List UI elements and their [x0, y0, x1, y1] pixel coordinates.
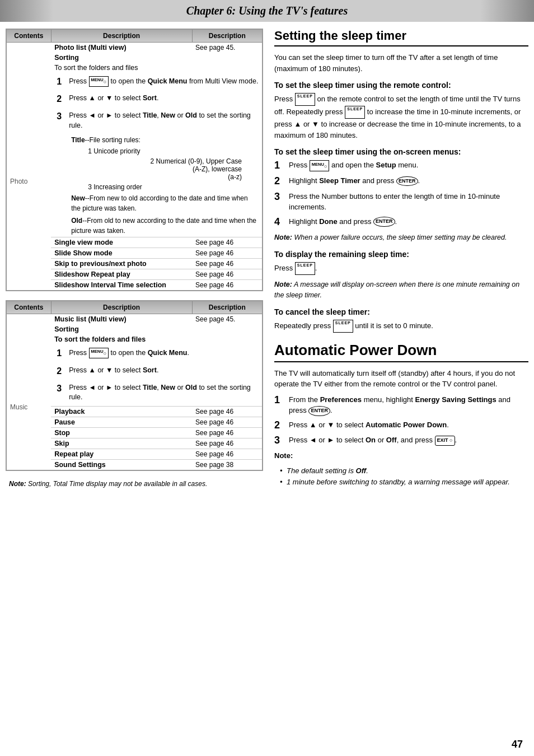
music-step-num-1: 1	[57, 348, 65, 358]
row-page-ref: See page 45.	[192, 43, 263, 53]
col-description-1: Description	[51, 29, 192, 43]
sound-settings-page: See page 38	[192, 459, 263, 470]
auto-step-num-3: 3	[274, 435, 284, 447]
photo-table: Contents Description Description Photo l…	[6, 29, 263, 291]
music-step-1-content: 1 Press MENU○ to open the Quick Menu.	[54, 348, 259, 358]
increasing-row: 3 Increasing order	[51, 182, 263, 192]
onscreen-title: To set the sleep timer using the on-scre…	[274, 147, 528, 156]
music-label-empty	[6, 314, 51, 325]
music-sorting-header: Sorting	[51, 324, 263, 334]
music-row-label: Music	[6, 344, 51, 470]
step-text-3: Press ◄ or ► to select Title, New or Old…	[69, 111, 259, 130]
table-row: Photo list (Multi view) See page 45.	[6, 43, 263, 53]
bullet-item-1: The default setting is Off.	[280, 465, 528, 477]
photo-row-label: Photo	[6, 73, 51, 291]
music-list-label: Music list (Multi view)	[51, 314, 192, 325]
sleep-step-1: 1 Press MENU○ and open the Setup menu.	[274, 160, 528, 172]
music-list-page: See page 45.	[192, 314, 263, 325]
step-3: 3 Press ◄ or ► to select Title, New or O…	[54, 111, 259, 130]
repeat-music-label: Repeat play	[51, 449, 192, 459]
step-num-3: 3	[57, 111, 65, 122]
sleep-key-3: SLEEP	[295, 262, 315, 275]
exit-icon: EXIT ○	[435, 436, 455, 446]
sleep-note-1: Note: When a power failure occurs, the s…	[274, 232, 528, 243]
sleep-note-2: Note: A message will display on-screen w…	[274, 279, 528, 301]
enter-icon-2: ENTER	[373, 217, 395, 227]
music-col-desc2: Description	[192, 301, 263, 314]
display-sleep-title: To display the remaining sleep time:	[274, 250, 528, 259]
music-step-1: 1 Press MENU○ to open the Quick Menu.	[51, 344, 263, 362]
sleep-step-3: 3 Press the Number buttons to enter the …	[274, 191, 528, 213]
interval-page: See page 46	[192, 280, 263, 291]
auto-note-label: Note:	[274, 450, 528, 461]
chapter-title: Chapter 6: Using the TV's features	[0, 4, 534, 17]
music-step-3-content: 3 Press ◄ or ► to select Title, New or O…	[54, 383, 259, 403]
page-number: 47	[512, 739, 523, 750]
sleep-step-num-3: 3	[274, 191, 284, 203]
music-label-empty2	[6, 324, 51, 334]
music-step-2: 2 Press ▲ or ▼ to select Sort.	[51, 362, 263, 380]
music-step-3: 3 Press ◄ or ► to select Title, New or O…	[51, 380, 263, 407]
step-text-1: Press MENU○ to open the Quick Menu from …	[69, 76, 258, 87]
step-1-content: 1 Press MENU○ to open the Quick Menu fro…	[51, 73, 263, 90]
auto-step-3: 3 Press ◄ or ► to select On or Off, and …	[274, 435, 528, 447]
music-step-text-2: Press ▲ or ▼ to select Sort.	[69, 366, 158, 376]
playback-page: See page 46	[192, 406, 263, 417]
remote-control-text: Press SLEEP on the remote control to set…	[274, 93, 528, 141]
music-step-num-3: 3	[57, 383, 65, 394]
title-rule-label: Title--File sorting rules:	[51, 134, 263, 146]
slideshow-label: Slide Show mode	[51, 248, 192, 259]
music-col-desc1: Description	[51, 301, 192, 314]
col-contents-1: Contents	[6, 29, 51, 43]
pause-label: Pause	[51, 417, 192, 427]
unicode-row: 1 Unicode priority	[51, 146, 263, 156]
auto-power-intro: The TV will automatically turn itself of…	[274, 368, 528, 390]
sleep-key-4: SLEEP	[333, 320, 353, 333]
music-step-2-content: 2 Press ▲ or ▼ to select Sort.	[54, 366, 259, 376]
left-column: Contents Description Description Photo l…	[6, 29, 263, 491]
sort-files-label: To sort the folders and files	[51, 63, 263, 73]
main-container: Contents Description Description Photo l…	[0, 29, 534, 491]
row-label-empty	[6, 53, 51, 63]
sleep-step-2: 2 Highlight Sleep Timer and press ENTER.	[274, 175, 528, 188]
music-table-header: Contents Description Description	[6, 301, 263, 314]
playback-label: Playback	[51, 406, 192, 417]
enter-icon-1: ENTER	[396, 176, 418, 186]
auto-note-bullets: The default setting is Off. 1 minute bef…	[274, 465, 528, 487]
step-text-2: Press ▲ or ▼ to select Sort.	[69, 94, 158, 104]
sleep-timer-intro: You can set the sleep timer to turn off …	[274, 52, 528, 74]
auto-step-text-3: Press ◄ or ► to select On or Off, and pr…	[289, 435, 457, 446]
table-row: Photo 1 Press MENU○ to open the Quick Me…	[6, 73, 263, 90]
stop-page: See page 46	[192, 427, 263, 438]
skip-music-page: See page 46	[192, 438, 263, 449]
music-step-text-3: Press ◄ or ► to select Title, New or Old…	[69, 383, 259, 403]
skip-page: See page 46	[192, 259, 263, 269]
skip-label: Skip to previous/next photo	[51, 259, 192, 269]
cancel-sleep-title: To cancel the sleep timer:	[274, 307, 528, 316]
unicode-text: 1 Unicode priority	[54, 147, 259, 155]
sleep-step-text-3: Press the Number buttons to enter the le…	[289, 191, 528, 213]
table-row: To sort the folders and files	[6, 334, 263, 344]
menu-icon-music: MENU○	[89, 348, 109, 358]
page-header: Chapter 6: Using the TV's features	[0, 0, 534, 22]
skip-music-label: Skip	[51, 438, 192, 449]
interval-label: Slideshow Interval Time selection	[51, 280, 192, 291]
new-text: New--From new to old according to the da…	[54, 193, 259, 213]
right-column: Setting the sleep timer You can set the …	[263, 29, 528, 491]
single-view-label: Single view mode	[51, 237, 192, 248]
sleep-key-1: SLEEP	[295, 93, 315, 106]
auto-step-text-1: From the Preferences menu, highlight Ene…	[289, 394, 528, 416]
table-row: Music list (Multi view) See page 45.	[6, 314, 263, 325]
enter-icon-3: ENTER	[308, 406, 330, 416]
old-text: Old--From old to new according to the da…	[54, 216, 259, 236]
sleep-step-4: 4 Highlight Done and press ENTER.	[274, 216, 528, 228]
sleep-key-2: SLEEP	[345, 106, 365, 119]
music-step-num-2: 2	[57, 366, 65, 376]
slideshow-page: See page 46	[192, 248, 263, 259]
repeat-music-page: See page 46	[192, 449, 263, 459]
row-item-label: Photo list (Multi view)	[51, 43, 192, 53]
numerical-text: 2 Numerical (0-9), Upper Case(A-Z), lowe…	[54, 157, 259, 181]
increasing-text: 3 Increasing order	[54, 183, 259, 191]
step-num-1: 1	[57, 76, 65, 87]
stop-label: Stop	[51, 427, 192, 438]
